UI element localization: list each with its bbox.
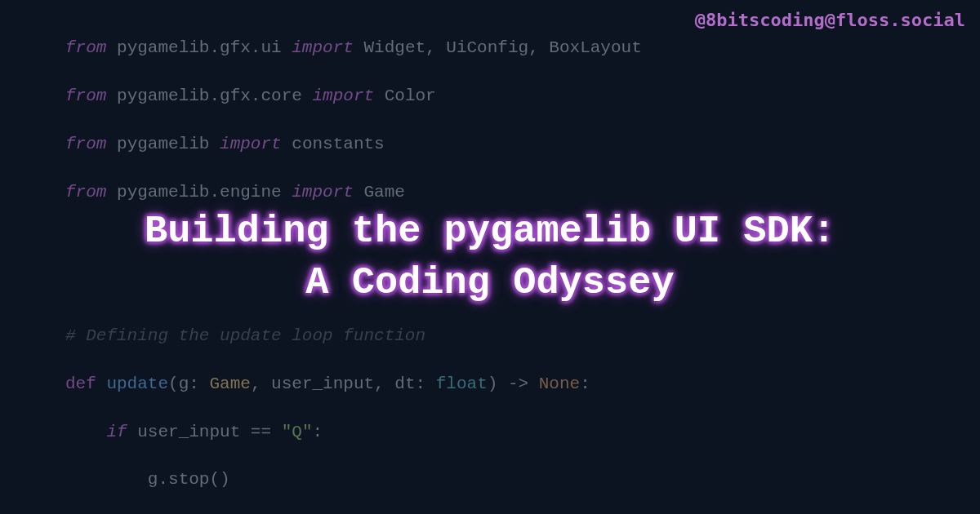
social-handle: @8bitscoding@floss.social [695, 10, 965, 30]
title-overlay: Building the pygamelib UI SDK: A Coding … [0, 0, 980, 514]
main-title: Building the pygamelib UI SDK: A Coding … [120, 206, 860, 309]
